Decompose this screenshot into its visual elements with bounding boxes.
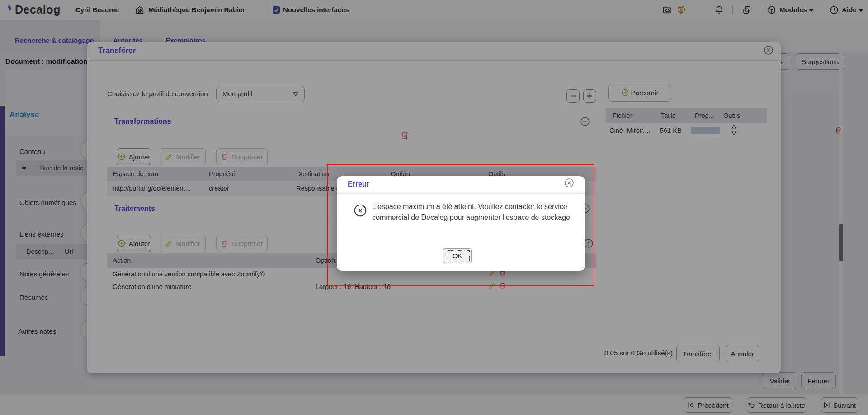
error-message: L'espace maximum a été atteint. Veuillez… [372, 201, 575, 223]
error-dialog-close-icon[interactable] [564, 177, 575, 188]
divider [337, 193, 585, 194]
error-dialog-title: Erreur [348, 180, 369, 188]
application-root: Decalog Cyril Beaume Médiathèque Benjami… [0, 0, 868, 415]
error-circle-x-icon [353, 203, 368, 218]
error-dialog: Erreur L'espace maximum a été atteint. V… [337, 176, 585, 271]
ok-button[interactable]: OK [443, 248, 472, 263]
